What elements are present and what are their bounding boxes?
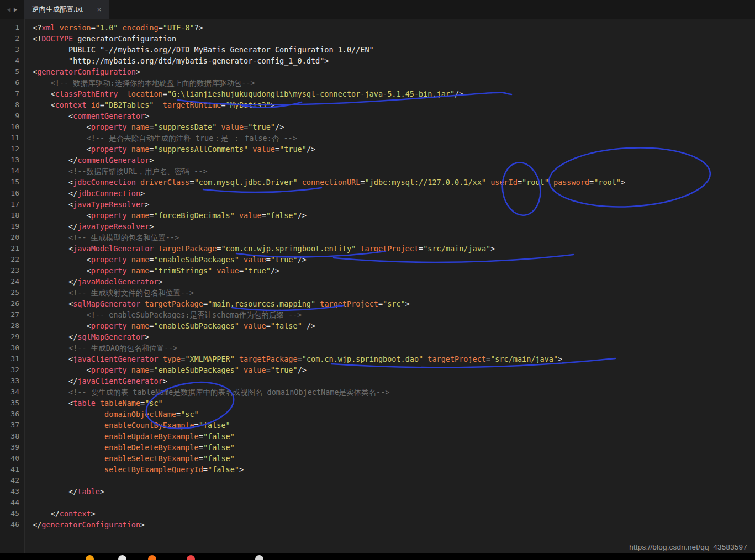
- line-number: 25: [0, 287, 19, 298]
- code-line: <property name="suppressAllComments" val…: [33, 144, 755, 155]
- line-number: 3: [0, 44, 19, 55]
- code-line: enableUpdateByExample="false": [33, 431, 755, 442]
- line-number: 41: [0, 464, 19, 475]
- line-number: 11: [0, 133, 19, 144]
- code-line: <!-- enableSubPackages:是否让schema作为包的后缀 -…: [33, 309, 755, 320]
- code-line: </javaClientGenerator>: [33, 376, 755, 387]
- code-line: </javaModelGenerator>: [33, 276, 755, 287]
- code-line: </generatorConfiguration>: [33, 519, 755, 530]
- line-number: 15: [0, 177, 19, 188]
- code-line: <!-- 要生成的表 tableName是数据库中的表名或视图名 domainO…: [33, 387, 755, 398]
- browser-app-icon[interactable]: [148, 555, 156, 560]
- line-number: 14: [0, 166, 19, 177]
- line-number: 40: [0, 453, 19, 464]
- line-number: 23: [0, 265, 19, 276]
- line-number: 27: [0, 309, 19, 320]
- code-line: <javaModelGenerator targetPackage="com.c…: [33, 243, 755, 254]
- code-line: <javaClientGenerator type="XMLMAPPER" ta…: [33, 353, 755, 364]
- line-number: 38: [0, 431, 19, 442]
- csdn-watermark: https://blog.csdn.net/qq_43583597: [629, 543, 747, 551]
- tab-active[interactable]: 逆向生成配置.txt ×: [24, 0, 109, 19]
- line-number: 6: [0, 77, 19, 88]
- taskbar: [0, 553, 755, 560]
- code-line: domainObjectName="sc": [33, 409, 755, 420]
- code-line: enableDeleteByExample="false": [33, 442, 755, 453]
- code-line: <jdbcConnection driverClass="com.mysql.j…: [33, 177, 755, 188]
- code-line: <javaTypeResolver>: [33, 199, 755, 210]
- line-number: 19: [0, 221, 19, 232]
- back-arrow-icon[interactable]: ◀: [7, 7, 10, 13]
- line-number: 4: [0, 55, 19, 66]
- code-line: <?xml version="1.0" encoding="UTF-8"?>: [33, 22, 755, 33]
- line-number: 17: [0, 199, 19, 210]
- code-line: <!-- 生成DAO的包名和位置-->: [33, 342, 755, 353]
- code-line: <!-- 生成映射文件的包名和位置-->: [33, 287, 755, 298]
- forward-arrow-icon[interactable]: ▶: [14, 7, 18, 13]
- code-line: <!DOCTYPE generatorConfiguration: [33, 33, 755, 44]
- editor-pane: 1234567891011121314151617181920212223242…: [0, 19, 755, 553]
- line-number: 12: [0, 144, 19, 155]
- code-line: selectByExampleQueryId="false">: [33, 464, 755, 475]
- code-line: <commentGenerator>: [33, 110, 755, 121]
- code-line: <property name="suppressDate" value="tru…: [33, 121, 755, 133]
- code-line: <property name="forceBigDecimals" value=…: [33, 210, 755, 221]
- line-number: 9: [0, 110, 19, 121]
- window-app-icon[interactable]: [255, 555, 263, 560]
- flame-app-icon[interactable]: [86, 555, 94, 560]
- line-number: 13: [0, 155, 19, 166]
- code-line: </context>: [33, 508, 755, 519]
- code-line: <property name="enableSubPackages" value…: [33, 364, 755, 376]
- code-line: enableCountByExample="false": [33, 420, 755, 431]
- line-number: 44: [0, 497, 19, 508]
- code-line: PUBLIC "-//mybatis.org//DTD MyBatis Gene…: [33, 44, 755, 55]
- code-line: <property name="enableSubPackages" value…: [33, 320, 755, 331]
- tab-close-icon[interactable]: ×: [97, 6, 102, 14]
- code-line: <property name="trimStrings" value="true…: [33, 265, 755, 276]
- line-number: 21: [0, 243, 19, 254]
- line-number: 32: [0, 364, 19, 376]
- line-number: 16: [0, 188, 19, 199]
- code-area[interactable]: <?xml version="1.0" encoding="UTF-8"?><!…: [25, 19, 755, 553]
- code-line: </commentGenerator>: [33, 155, 755, 166]
- code-line: </jdbcConnection>: [33, 188, 755, 199]
- line-number: 31: [0, 353, 19, 364]
- code-line: </javaTypeResolver>: [33, 221, 755, 232]
- line-number: 10: [0, 121, 19, 133]
- editor-window: ◀ ▶ 逆向生成配置.txt × 12345678910111213141516…: [0, 0, 755, 560]
- code-line: enableSelectByExample="false": [33, 453, 755, 464]
- line-number: 1: [0, 22, 19, 33]
- line-number: 43: [0, 486, 19, 497]
- code-line: <property name="enableSubPackages" value…: [33, 254, 755, 265]
- code-line: <classPathEntry location="G:\lianjieshuj…: [33, 88, 755, 99]
- code-line: <sqlMapGenerator targetPackage="main.res…: [33, 298, 755, 309]
- red-app-icon[interactable]: [187, 555, 195, 560]
- line-number: 5: [0, 66, 19, 77]
- code-line: [33, 475, 755, 486]
- line-number: 34: [0, 387, 19, 398]
- line-number: 22: [0, 254, 19, 265]
- line-number: 8: [0, 99, 19, 110]
- line-number: 33: [0, 376, 19, 387]
- line-number: 42: [0, 475, 19, 486]
- line-number: 2: [0, 33, 19, 44]
- line-number: 35: [0, 398, 19, 409]
- code-line: <!--数据库链接URL，用户名、密码 -->: [33, 166, 755, 177]
- line-number: 30: [0, 342, 19, 353]
- line-number: 28: [0, 320, 19, 331]
- line-number: 7: [0, 88, 19, 99]
- tab-title: 逆向生成配置.txt: [32, 5, 83, 14]
- line-number: 20: [0, 232, 19, 243]
- code-line: [33, 497, 755, 508]
- code-line: <generatorConfiguration>: [33, 66, 755, 77]
- code-line: "http://mybatis.org/dtd/mybatis-generato…: [33, 55, 755, 66]
- code-line: <context id="DB2Tables" targetRuntime="M…: [33, 99, 755, 110]
- code-line: <!-- 数据库驱动:选择你的本地硬盘上面的数据库驱动包-->: [33, 77, 755, 88]
- line-number: 36: [0, 409, 19, 420]
- white-app-icon[interactable]: [118, 555, 126, 560]
- line-number: 24: [0, 276, 19, 287]
- code-line: </sqlMapGenerator>: [33, 331, 755, 342]
- line-number: 29: [0, 331, 19, 342]
- line-number-gutter: 1234567891011121314151617181920212223242…: [0, 19, 25, 553]
- line-number: 37: [0, 420, 19, 431]
- code-line: <table tableName="sc": [33, 398, 755, 409]
